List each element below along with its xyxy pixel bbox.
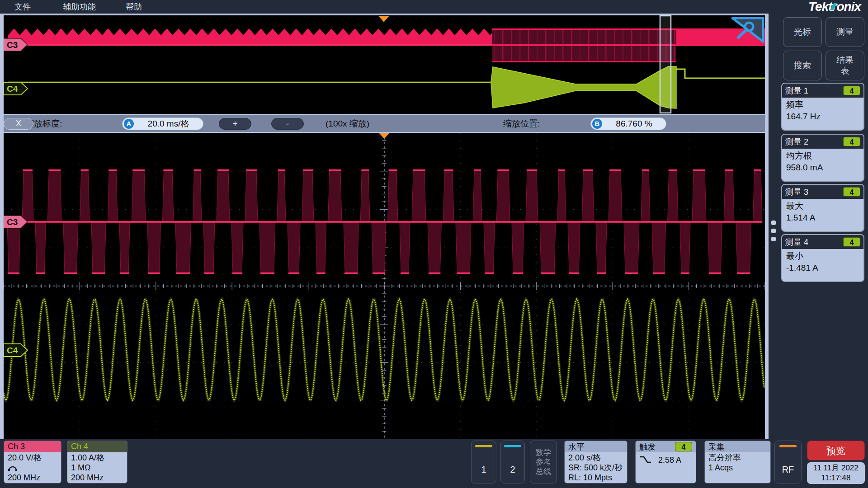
measurement-name: 均方根 [786,150,859,162]
measurement-value: -1.481 A [786,262,859,274]
math-ref-bus-button[interactable]: 数学 参考 总线 [530,441,557,483]
source-channel-badge: 4 [843,237,860,247]
zoom-position-control[interactable]: B 86.760 % [590,117,666,130]
tektronix-logo: Tektronix [808,0,861,14]
rf-button[interactable]: RF [774,441,802,483]
drag-dot [771,221,776,225]
sidebar-button-results-table[interactable]: 结果 表 [826,51,864,80]
horizontal-scale: 2.00 s/格 [568,453,623,463]
ch3-coupling-row [8,463,57,473]
trigger-source-badge: 4 [675,442,692,451]
measurement-card-3[interactable]: 测量 3 4 最大 1.514 A [781,184,864,232]
view-1-color-bar [475,445,492,447]
zoom-position-value: 86.760 % [602,119,666,129]
view-2-color-bar [504,445,521,447]
waveform-view-1-button[interactable]: 1 [471,441,496,483]
sidebar-button-measure[interactable]: 测量 [826,17,864,47]
sample-rate: SR: 500 k次/秒 [568,463,623,473]
ch4-impedance: 1 MΩ [71,463,123,473]
zoom-position-label: 缩放位置: [503,115,540,132]
zoom-close-button[interactable]: X [4,118,33,130]
channel-badge-ch3[interactable]: Ch 3 20.0 V/格 200 MHz [4,441,61,483]
falling-edge-icon [639,455,652,464]
measurement-title: 测量 2 [785,136,808,147]
ch4-header: Ch 4 [67,441,127,452]
channel-badge-ch4[interactable]: Ch 4 1.00 A/格 1 MΩ 200 MHz [67,441,127,483]
preview-button[interactable]: 预览 [807,441,865,460]
time-text: 11:17:48 [807,473,865,483]
drag-dot [771,229,776,233]
zoom-window-box[interactable] [660,16,671,113]
channel-tag-label: C3 [7,217,18,227]
measurement-value: 164.7 Hz [786,111,859,122]
measurement-card-4[interactable]: 测量 4 4 最小 -1.481 A [781,234,864,282]
zoom-scale-control[interactable]: A 20.0 ms/格 [122,117,203,130]
zoom-out-button[interactable]: - [271,118,304,130]
rf-color-bar [779,445,797,447]
view-2-label: 2 [501,465,524,475]
acquisition-title: 采集 [708,441,725,452]
datetime-display[interactable]: 11 11月 2022 11:17:48 [807,462,865,484]
horizontal-title: 水平 [568,441,585,452]
menu-item-file[interactable]: 文件 [14,0,31,14]
results-sidebar: 光标 测量 搜索 结果 表 测量 1 4 频率 164.7 Hz 测量 2 4 … [769,14,868,439]
bottom-status-bar: Ch 3 20.0 V/格 200 MHz Ch 4 1.00 A/格 1 MΩ… [0,439,868,488]
date-text: 11 11月 2022 [807,463,865,473]
zoom-factor-label: (100x 缩放) [326,115,369,132]
measurement-title: 测量 3 [785,187,808,197]
ch3-bandwidth: 200 MHz [8,473,57,483]
measurement-name: 频率 [786,99,859,111]
trigger-position-icon[interactable] [379,133,390,139]
oscilloscope-screen: 文件 辅助功能 帮助 Tektronix C3C4 水平缩放标度: A 20.0… [0,0,868,488]
sidebar-button-search[interactable]: 搜索 [783,51,822,80]
menu-bar: 文件 辅助功能 帮助 Tektronix [0,0,868,14]
ch4-scale: 1.00 A/格 [71,453,123,463]
overview-svg: C3C4 [4,15,765,114]
ch3-scale: 20.0 V/格 [8,453,57,463]
ch4-bandwidth: 200 MHz [71,473,123,483]
measurement-value: 1.514 A [786,212,859,224]
measurement-value: 958.0 mA [786,162,859,174]
sidebar-button-cursors[interactable]: 光标 [783,17,822,47]
measurement-card-1[interactable]: 测量 1 4 频率 164.7 Hz [781,83,864,131]
zoom-control-bar: 水平缩放标度: A 20.0 ms/格 + - (100x 缩放) 缩放位置: … [4,115,765,132]
sidebar-drag-handle[interactable] [771,221,778,245]
acquisition-mode: 高分辨率 [708,453,767,463]
view-1-label: 1 [472,465,496,475]
trigger-title: 触发 [639,441,656,452]
measurement-title: 测量 1 [785,85,808,96]
main-waveform-area[interactable]: C3C4 [4,133,765,439]
measurement-name: 最大 [786,200,859,212]
trigger-position-icon[interactable] [378,16,389,22]
measurement-name: 最小 [786,250,859,262]
zoom-in-button[interactable]: + [219,118,251,130]
measurement-title: 测量 4 [785,237,808,248]
knob-a-icon: A [124,119,134,129]
channel-tag-label: C3 [7,40,18,50]
overview-waveform-area[interactable]: C3C4 [4,15,765,114]
measurement-card-2[interactable]: 测量 2 4 均方根 958.0 mA [781,134,864,182]
drag-dot [771,237,776,241]
main-grid-svg: C3C4 [4,133,765,439]
waveform-view-2-button[interactable]: 2 [500,441,525,483]
menu-item-help[interactable]: 帮助 [126,0,142,14]
menu-item-utility[interactable]: 辅助功能 [63,0,96,14]
acquisition-count: 1 Acqs [708,463,767,473]
record-length: RL: 10 Mpts [568,473,623,483]
knob-b-icon: B [592,119,602,129]
source-channel-badge: 4 [843,137,860,146]
channel-tag-label: C4 [7,84,18,94]
ch3-header: Ch 3 [4,441,61,452]
probe-coupling-icon [8,465,18,471]
trigger-level: 2.58 A [658,455,681,465]
rf-label: RF [775,465,801,475]
zoom-scale-value: 20.0 ms/格 [134,118,203,130]
channel-tag-label: C4 [7,346,18,355]
acquisition-panel[interactable]: 采集 高分辨率 1 Acqs [704,441,771,483]
waveform-display-frame: C3C4 水平缩放标度: A 20.0 ms/格 + - (100x 缩放) 缩… [0,14,769,439]
source-channel-badge: 4 [843,187,860,197]
math-ref-bus-label: 数学 参考 总线 [536,448,551,476]
source-channel-badge: 4 [843,86,860,95]
horizontal-panel[interactable]: 水平 2.00 s/格 SR: 500 k次/秒 RL: 10 Mpts [564,441,627,483]
trigger-panel[interactable]: 触发 4 2.58 A [635,441,696,483]
